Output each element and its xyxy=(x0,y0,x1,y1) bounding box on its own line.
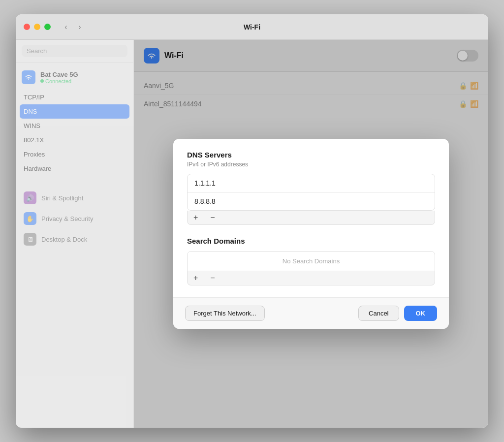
maximize-button[interactable] xyxy=(44,24,51,30)
network-info: Bat Cave 5G Connected xyxy=(40,71,127,84)
modal-footer: Forget This Network... Cancel OK xyxy=(173,297,449,329)
sidebar-item-desktop[interactable]: 🖥 Desktop & Dock xyxy=(16,229,133,250)
dns-servers-title: DNS Servers xyxy=(187,151,435,159)
sidebar-item-siri[interactable]: 🔊 Siri & Spotlight xyxy=(16,188,133,208)
nav-controls: ‹ › xyxy=(61,22,85,32)
dns-modal: DNS Servers IPv4 or IPv6 addresses 1.1.1… xyxy=(173,139,449,329)
hardware-menu-item[interactable]: Hardware xyxy=(16,161,133,176)
sidebar: Bat Cave 5G Connected TCP/IP DNS WINS 80… xyxy=(16,40,134,428)
minimize-button[interactable] xyxy=(34,24,40,30)
forward-button[interactable]: › xyxy=(74,22,85,32)
content-panel: Wi-Fi Aanvi_5G 🔒 📶 Airtel_8511144494 xyxy=(134,40,488,428)
traffic-lights xyxy=(24,24,51,30)
dns-add-button[interactable]: + xyxy=(188,211,204,224)
dns-servers-subtitle: IPv4 or IPv6 addresses xyxy=(187,161,435,168)
tcpip-menu-item[interactable]: TCP/IP xyxy=(16,90,133,104)
dns-servers-list: 1.1.1.1 8.8.8.8 xyxy=(187,174,435,211)
proxies-menu-item[interactable]: Proxies xyxy=(16,147,133,161)
footer-actions: Cancel OK xyxy=(358,306,437,321)
search-domains-box: No Search Domains xyxy=(187,251,435,271)
network-name: Bat Cave 5G xyxy=(40,71,127,78)
forget-network-button[interactable]: Forget This Network... xyxy=(185,306,265,321)
network-icon xyxy=(22,70,35,84)
ok-button[interactable]: OK xyxy=(404,306,438,321)
search-domains-controls: + − xyxy=(187,271,435,285)
search-domains-section: Search Domains No Search Domains + − xyxy=(187,237,435,285)
domains-remove-button[interactable]: − xyxy=(204,271,220,285)
dns-remove-button[interactable]: − xyxy=(204,211,220,224)
close-button[interactable] xyxy=(24,24,30,30)
siri-icon: 🔊 xyxy=(24,191,36,204)
network-status: Connected xyxy=(40,78,127,84)
dns-controls: + − xyxy=(187,211,435,225)
network-item[interactable]: Bat Cave 5G Connected xyxy=(16,66,133,88)
dns-entry-1[interactable]: 1.1.1.1 xyxy=(188,174,435,192)
cancel-button[interactable]: Cancel xyxy=(358,306,399,321)
8021x-menu-item[interactable]: 802.1X xyxy=(16,133,133,147)
status-dot xyxy=(40,79,44,83)
modal-body: DNS Servers IPv4 or IPv6 addresses 1.1.1… xyxy=(173,139,449,297)
sidebar-item-privacy[interactable]: ✋ Privacy & Security xyxy=(16,208,133,229)
desktop-icon: 🖥 xyxy=(24,233,36,246)
dns-menu-item[interactable]: DNS xyxy=(20,104,129,119)
dns-menu: TCP/IP DNS WINS 802.1X Proxies Hardware xyxy=(16,88,133,178)
privacy-icon: ✋ xyxy=(24,212,36,225)
back-button[interactable]: ‹ xyxy=(61,22,71,32)
no-domains-text: No Search Domains xyxy=(188,252,435,271)
dns-entry-2[interactable]: 8.8.8.8 xyxy=(188,192,435,210)
domains-add-button[interactable]: + xyxy=(188,271,204,285)
wins-menu-item[interactable]: WINS xyxy=(16,119,133,133)
search-input[interactable] xyxy=(22,45,127,57)
modal-overlay: DNS Servers IPv4 or IPv6 addresses 1.1.1… xyxy=(134,40,488,428)
titlebar: ‹ › Wi-Fi xyxy=(16,14,488,40)
sidebar-search-area xyxy=(16,40,133,63)
search-domains-title: Search Domains xyxy=(187,237,435,245)
window-title: Wi-Fi xyxy=(244,23,260,31)
